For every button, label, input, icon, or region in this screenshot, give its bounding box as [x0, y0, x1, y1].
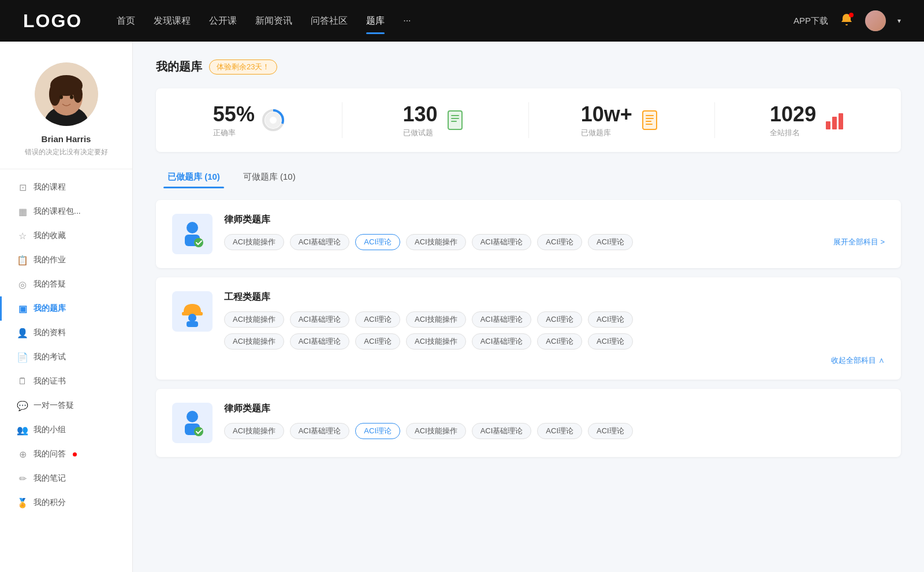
svg-rect-22 — [646, 124, 653, 125]
bank-tag-1-r2-2[interactable]: ACI理论 — [355, 333, 400, 350]
sidebar-item-qna[interactable]: ⊕ 我的问答 — [0, 442, 132, 466]
app-download-button[interactable]: APP下载 — [793, 16, 828, 27]
main-layout: Brian Harris 错误的决定比没有决定要好 ⊡ 我的课程 ▦ 我的课程包… — [0, 42, 924, 572]
bank-tag-0-4[interactable]: ACI基础理论 — [472, 234, 532, 250]
bank-tag-2-6[interactable]: ACI理论 — [588, 423, 633, 439]
stat-value-done-banks: 10w+ — [581, 102, 632, 127]
nav-question-bank[interactable]: 题库 — [366, 13, 385, 29]
bank-tag-2-2[interactable]: ACI理论 — [355, 423, 400, 439]
bank-tag-2-4[interactable]: ACI基础理论 — [472, 423, 532, 439]
profile-bio: 错误的决定比没有决定要好 — [25, 147, 108, 157]
sidebar-label-exam: 我的考试 — [33, 352, 66, 362]
bank-tag-2-5[interactable]: ACI理论 — [537, 423, 582, 439]
nav-open-course[interactable]: 公开课 — [209, 13, 237, 29]
bank-tag-1-3[interactable]: ACI技能操作 — [406, 311, 466, 328]
svg-point-32 — [187, 411, 198, 422]
stat-label-correct-rate: 正确率 — [213, 128, 255, 138]
doc-list-icon — [445, 109, 468, 132]
top-navigation: LOGO 首页 发现课程 公开课 新闻资讯 问答社区 题库 ··· APP下载 … — [0, 0, 924, 42]
chevron-down-icon[interactable]: ▾ — [897, 17, 901, 25]
nav-discover[interactable]: 发现课程 — [154, 13, 191, 29]
sidebar-label-course-pkg: 我的课程包... — [33, 206, 81, 217]
bank-tags-1-row1: ACI技能操作 ACI基础理论 ACI理论 ACI技能操作 ACI基础理论 AC… — [224, 311, 885, 328]
sidebar-item-notes[interactable]: ✏ 我的笔记 — [0, 466, 132, 491]
bank-tag-0-2[interactable]: ACI理论 — [355, 234, 400, 250]
bank-tag-1-2[interactable]: ACI理论 — [355, 311, 400, 328]
sidebar-label-qa: 我的答疑 — [33, 279, 66, 289]
bank-tag-2-3[interactable]: ACI技能操作 — [406, 423, 466, 439]
bank-tag-1-r2-4[interactable]: ACI基础理论 — [472, 333, 532, 350]
svg-rect-17 — [643, 111, 657, 129]
page-title: 我的题库 — [156, 59, 202, 75]
bank-tag-1-r2-5[interactable]: ACI理论 — [537, 333, 582, 350]
bank-tag-0-0[interactable]: ACI技能操作 — [224, 234, 284, 250]
bank-tag-0-5[interactable]: ACI理论 — [537, 234, 582, 250]
bank-tag-0-6[interactable]: ACI理论 — [588, 234, 633, 250]
nav-qa[interactable]: 问答社区 — [311, 13, 348, 29]
bank-tag-1-4[interactable]: ACI基础理论 — [472, 311, 532, 328]
bank-tag-1-1[interactable]: ACI基础理论 — [290, 311, 350, 328]
one-on-one-icon: 💬 — [17, 400, 28, 411]
svg-point-7 — [59, 95, 63, 99]
nav-news[interactable]: 新闻资讯 — [255, 13, 292, 29]
sidebar-item-profile[interactable]: 👤 我的资料 — [0, 321, 132, 345]
sidebar-item-exam[interactable]: 📄 我的考试 — [0, 345, 132, 369]
avatar[interactable] — [865, 10, 886, 31]
bank-icon-engineer — [172, 291, 213, 332]
logo: LOGO — [23, 10, 82, 32]
collapse-link-1[interactable]: 收起全部科目 ∧ — [224, 355, 885, 366]
stat-label-done-questions: 已做试题 — [403, 128, 438, 138]
sidebar-item-course-pkg[interactable]: ▦ 我的课程包... — [0, 199, 132, 224]
bank-tag-1-r2-3[interactable]: ACI技能操作 — [406, 333, 466, 350]
doc-orange-icon — [639, 109, 662, 132]
nav-items: 首页 发现课程 公开课 新闻资讯 问答社区 题库 ··· — [117, 13, 770, 29]
course-pkg-icon: ▦ — [17, 206, 28, 217]
sidebar-item-homework[interactable]: 📋 我的作业 — [0, 248, 132, 272]
bank-tag-1-r2-1[interactable]: ACI基础理论 — [290, 333, 350, 350]
bank-tag-1-5[interactable]: ACI理论 — [537, 311, 582, 328]
sidebar-item-qa[interactable]: ◎ 我的答疑 — [0, 272, 132, 296]
bank-tag-1-0[interactable]: ACI技能操作 — [224, 311, 284, 328]
tab-done-banks[interactable]: 已做题库 (10) — [156, 166, 232, 188]
bank-tag-0-1[interactable]: ACI基础理论 — [290, 234, 350, 250]
expand-link-0[interactable]: 展开全部科目 > — [833, 237, 885, 247]
notification-bell[interactable] — [840, 13, 854, 29]
stat-value-ranking: 1029 — [770, 102, 816, 127]
sidebar-item-favorites[interactable]: ☆ 我的收藏 — [0, 224, 132, 248]
sidebar-item-group[interactable]: 👥 我的小组 — [0, 418, 132, 442]
bar-chart-icon — [823, 109, 846, 132]
stat-value-done-questions: 130 — [403, 102, 438, 127]
bank-icon-lawyer-0 — [172, 214, 213, 254]
sidebar-item-question-bank[interactable]: ▣ 我的题库 — [0, 296, 132, 321]
bank-tag-1-r2-6[interactable]: ACI理论 — [588, 333, 633, 350]
profile-section: Brian Harris 错误的决定比没有决定要好 — [0, 42, 132, 169]
bank-tag-1-6[interactable]: ACI理论 — [588, 311, 633, 328]
profile-icon: 👤 — [17, 328, 28, 338]
profile-avatar — [35, 62, 98, 126]
svg-rect-20 — [646, 118, 654, 119]
points-icon: 🏅 — [17, 497, 28, 508]
nav-more[interactable]: ··· — [403, 13, 411, 28]
tab-available-banks[interactable]: 可做题库 (10) — [232, 166, 307, 188]
sidebar-item-one-on-one[interactable]: 💬 一对一答疑 — [0, 393, 132, 418]
course-icon: ⊡ — [17, 182, 28, 192]
sidebar-item-course[interactable]: ⊡ 我的课程 — [0, 175, 132, 199]
bank-card-1: 工程类题库 ACI技能操作 ACI基础理论 ACI理论 ACI技能操作 ACI基… — [156, 277, 901, 380]
svg-rect-23 — [826, 121, 830, 129]
nav-right: APP下载 ▾ — [793, 10, 901, 31]
bank-tag-2-0[interactable]: ACI技能操作 — [224, 423, 284, 439]
stat-done-questions: 130 已做试题 — [342, 102, 529, 138]
sidebar: Brian Harris 错误的决定比没有决定要好 ⊡ 我的课程 ▦ 我的课程包… — [0, 42, 133, 572]
svg-rect-21 — [646, 121, 651, 122]
sidebar-label-question-bank: 我的题库 — [33, 303, 66, 314]
homework-icon: 📋 — [17, 255, 28, 265]
sidebar-item-points[interactable]: 🏅 我的积分 — [0, 491, 132, 515]
bank-tag-2-1[interactable]: ACI基础理论 — [290, 423, 350, 439]
bank-tag-1-r2-0[interactable]: ACI技能操作 — [224, 333, 284, 350]
bank-tag-0-3[interactable]: ACI技能操作 — [406, 234, 466, 250]
sidebar-item-cert[interactable]: 🗒 我的证书 — [0, 369, 132, 393]
svg-rect-16 — [451, 121, 457, 122]
sidebar-label-points: 我的积分 — [33, 497, 66, 508]
nav-home[interactable]: 首页 — [117, 13, 135, 29]
bank-card-2: 律师类题库 ACI技能操作 ACI基础理论 ACI理论 ACI技能操作 ACI基… — [156, 389, 901, 457]
